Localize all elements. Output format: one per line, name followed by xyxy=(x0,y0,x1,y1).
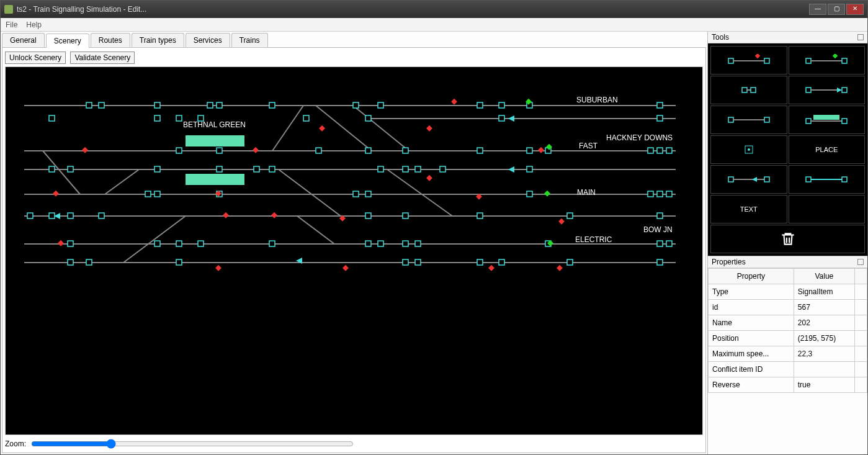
menu-help[interactable]: Help xyxy=(26,20,42,29)
properties-table[interactable]: Property Value TypeSignalItemid567Name20… xyxy=(708,268,867,393)
svg-rect-142 xyxy=(842,88,847,92)
tool-signal-red[interactable] xyxy=(710,46,787,74)
property-row[interactable]: Reversetrue xyxy=(709,377,867,393)
property-value[interactable]: 567 xyxy=(794,300,854,315)
svg-rect-94 xyxy=(176,259,182,265)
svg-rect-19 xyxy=(186,174,244,185)
tool-line2[interactable] xyxy=(789,165,866,194)
svg-rect-79 xyxy=(657,213,663,218)
svg-rect-20 xyxy=(86,102,92,108)
svg-rect-60 xyxy=(440,166,445,172)
tool-place[interactable]: PLACE xyxy=(789,135,866,164)
property-name: Maximum spee... xyxy=(709,346,794,362)
svg-rect-156 xyxy=(806,177,811,182)
property-value[interactable]: SignalItem xyxy=(794,284,854,300)
close-button[interactable]: ✕ xyxy=(846,4,864,15)
maximize-button[interactable]: ▢ xyxy=(828,4,845,15)
label-fast: FAST xyxy=(579,142,598,150)
svg-rect-131 xyxy=(755,54,760,58)
zoom-slider[interactable] xyxy=(31,439,354,449)
property-name: Position xyxy=(709,331,794,346)
property-row[interactable]: id567 xyxy=(709,300,867,315)
tool-line[interactable] xyxy=(710,106,787,134)
property-row[interactable]: Maximum spee...22,3 xyxy=(709,346,867,362)
tab-routes[interactable]: Routes xyxy=(91,33,130,47)
svg-rect-136 xyxy=(742,88,747,92)
svg-rect-109 xyxy=(53,191,59,197)
svg-rect-88 xyxy=(415,241,421,246)
svg-rect-54 xyxy=(217,166,222,172)
property-value[interactable]: 202 xyxy=(794,315,854,331)
tab-scenery[interactable]: Scenery xyxy=(46,34,89,48)
svg-rect-85 xyxy=(365,241,371,246)
property-value[interactable]: true xyxy=(794,377,854,393)
menu-file[interactable]: File xyxy=(6,20,17,29)
property-name: Reverse xyxy=(709,377,794,393)
scenery-canvas[interactable]: BETHNAL GREEN SUBURBAN HACKNEY DOWNS FAS… xyxy=(5,66,703,435)
titlebar: ts2 - Train Signalling Simulation - Edit… xyxy=(1,1,867,18)
svg-rect-56 xyxy=(269,166,275,172)
property-name: id xyxy=(709,300,794,315)
svg-rect-115 xyxy=(426,175,432,181)
track-svg[interactable]: BETHNAL GREEN SUBURBAN HACKNEY DOWNS FAS… xyxy=(6,67,702,435)
tool-point[interactable] xyxy=(710,135,787,164)
tab-trains[interactable]: Trains xyxy=(231,33,268,47)
svg-rect-103 xyxy=(319,125,325,132)
svg-rect-145 xyxy=(764,117,769,122)
property-row[interactable]: Conflict item ID xyxy=(709,362,867,377)
property-name: Type xyxy=(709,284,794,300)
svg-rect-77 xyxy=(477,213,483,218)
tool-signal-green[interactable] xyxy=(789,46,866,74)
svg-rect-22 xyxy=(154,102,160,108)
properties-popout-icon[interactable] xyxy=(857,259,864,265)
svg-marker-141 xyxy=(837,88,842,92)
signals xyxy=(53,99,565,271)
property-value[interactable]: (2195, 575) xyxy=(794,331,854,346)
tab-general[interactable]: General xyxy=(2,33,45,47)
label-bowjn: BOW JN xyxy=(643,225,673,234)
tools-popout-icon[interactable] xyxy=(857,34,864,40)
svg-rect-45 xyxy=(477,148,483,153)
svg-rect-68 xyxy=(648,191,653,197)
svg-rect-98 xyxy=(499,259,504,265)
svg-rect-65 xyxy=(353,191,359,197)
validate-scenery-button[interactable]: Validate Scenery xyxy=(70,52,135,64)
property-row[interactable]: Position(2195, 575) xyxy=(709,331,867,346)
svg-rect-80 xyxy=(68,241,73,246)
unlock-scenery-button[interactable]: Unlock Scenery xyxy=(5,52,66,64)
property-value[interactable] xyxy=(794,362,854,377)
tool-arrow-left[interactable] xyxy=(710,165,787,194)
tool-end[interactable] xyxy=(789,76,866,104)
tool-platform[interactable] xyxy=(789,106,866,134)
tool-empty[interactable] xyxy=(789,195,866,223)
svg-rect-62 xyxy=(145,191,151,197)
svg-rect-27 xyxy=(378,102,383,108)
property-row[interactable]: Name202 xyxy=(709,315,867,331)
svg-rect-102 xyxy=(253,147,259,153)
svg-rect-92 xyxy=(68,259,73,265)
svg-line-9 xyxy=(272,106,303,151)
menubar: File Help xyxy=(1,18,867,32)
svg-rect-132 xyxy=(806,58,811,63)
svg-rect-35 xyxy=(198,115,204,121)
tab-traintypes[interactable]: Train types xyxy=(132,33,184,47)
svg-rect-52 xyxy=(68,166,73,172)
svg-rect-90 xyxy=(657,241,663,246)
svg-rect-123 xyxy=(558,218,565,225)
tool-trash[interactable] xyxy=(710,225,865,253)
svg-line-17 xyxy=(297,216,334,244)
svg-rect-111 xyxy=(58,240,64,246)
svg-line-13 xyxy=(43,151,80,194)
tab-services[interactable]: Services xyxy=(186,33,230,47)
tool-joint[interactable] xyxy=(710,76,787,104)
svg-rect-134 xyxy=(842,58,847,63)
tool-text[interactable]: TEXT xyxy=(710,195,787,223)
svg-rect-34 xyxy=(176,115,182,121)
svg-rect-18 xyxy=(186,135,244,146)
svg-rect-29 xyxy=(499,102,504,108)
svg-line-16 xyxy=(279,169,341,216)
property-row[interactable]: TypeSignalItem xyxy=(709,284,867,300)
minimize-button[interactable]: — xyxy=(809,4,826,15)
svg-marker-154 xyxy=(752,177,757,182)
property-value[interactable]: 22,3 xyxy=(794,346,854,362)
